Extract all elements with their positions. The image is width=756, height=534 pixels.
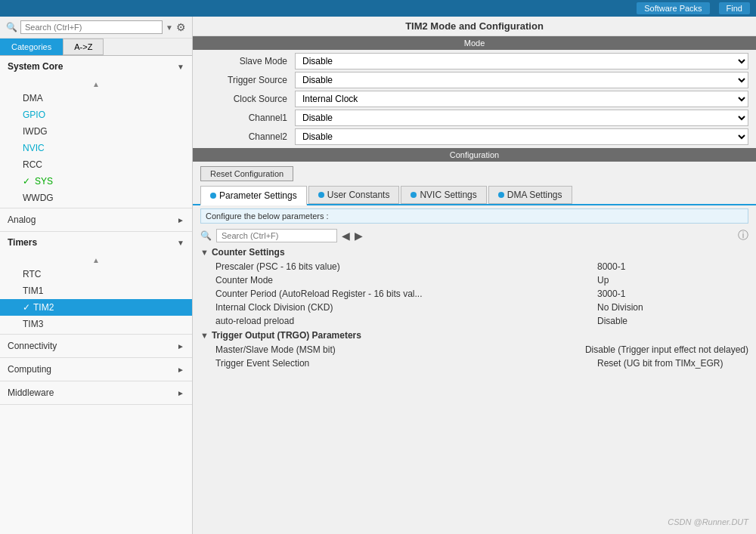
content-area: TIM2 Mode and Configuration Mode Slave M… <box>193 17 756 534</box>
params-table: ▼ Counter Settings Prescaler (PSC - 16 b… <box>193 245 756 534</box>
group-trigger-output[interactable]: ▼ Trigger Output (TRGO) Parameters <box>200 328 748 343</box>
collapse-icon-trigger: ▼ <box>200 331 209 340</box>
dropdown-arrow: ▼ <box>166 23 173 32</box>
trigger-source-wrapper: Disable ITR0 <box>295 72 748 88</box>
gear-button[interactable]: ⚙ <box>176 21 186 33</box>
config-section: Configuration Reset Configuration Parame… <box>193 148 756 534</box>
sidebar-item-analog[interactable]: Analog ► <box>0 208 192 232</box>
slave-mode-wrapper: Disable Reset Mode Gated Mode <box>295 53 748 69</box>
mode-row-slave: Slave Mode Disable Reset Mode Gated Mode <box>200 53 748 69</box>
sidebar-item-middleware[interactable]: Middleware ► <box>0 381 192 405</box>
check-icon-tim2: ✓ <box>23 302 30 313</box>
clock-source-wrapper: Disable Internal Clock External Clock Mo… <box>295 91 748 107</box>
config-toolbar: Reset Configuration <box>193 162 756 186</box>
tab-parameter-settings[interactable]: Parameter Settings <box>200 186 307 205</box>
sidebar-item-nvic[interactable]: NVIC <box>0 140 192 156</box>
timers-header[interactable]: Timers ▼ <box>0 232 192 253</box>
sidebar-tabs: Categories A->Z <box>0 39 192 56</box>
dot-icon-params <box>210 193 216 199</box>
mode-grid: Slave Mode Disable Reset Mode Gated Mode… <box>193 50 756 148</box>
clock-source-select[interactable]: Disable Internal Clock External Clock Mo… <box>295 91 748 107</box>
param-row-ckd: Internal Clock Division (CKD) No Divisio… <box>200 301 748 314</box>
sidebar-item-computing[interactable]: Computing ► <box>0 358 192 381</box>
chevron-down-icon-timers: ▼ <box>177 239 184 247</box>
main-layout: 🔍 ▼ ⚙ Categories A->Z System Core ▼ ▲ DM… <box>0 17 756 534</box>
sidebar-item-rcc[interactable]: RCC <box>0 156 192 173</box>
sidebar-search-input[interactable] <box>20 20 163 34</box>
channel1-select[interactable]: Disable Input Capture direct mode PWM Ge… <box>295 110 748 126</box>
config-tabs: Parameter Settings User Constants NVIC S… <box>193 186 756 205</box>
tab-nvic-settings[interactable]: NVIC Settings <box>401 186 486 204</box>
nav-prev-button[interactable]: ◀ <box>342 230 350 242</box>
nav-next-button[interactable]: ▶ <box>355 230 363 242</box>
dot-icon-user <box>318 192 324 198</box>
trigger-source-select[interactable]: Disable ITR0 <box>295 72 748 88</box>
param-row-counter-period: Counter Period (AutoReload Register - 16… <box>200 287 748 301</box>
timers-items: ▲ RTC TIM1 ✓ TIM2 TIM3 <box>0 253 192 334</box>
param-row-auto-reload: auto-reload preload Disable <box>200 314 748 328</box>
find-btn[interactable]: Find <box>719 2 750 14</box>
param-row-msm-bit: Master/Slave Mode (MSM bit) Disable (Tri… <box>200 343 748 357</box>
param-row-prescaler: Prescaler (PSC - 16 bits value) 8000-1 <box>200 260 748 273</box>
channel2-wrapper: Disable Input Capture direct mode PWM Ge… <box>295 128 748 145</box>
sidebar-search-bar: 🔍 ▼ ⚙ <box>0 17 192 39</box>
mode-header: Mode <box>193 36 756 50</box>
group-counter-settings[interactable]: ▼ Counter Settings <box>200 245 748 260</box>
sidebar-item-tim1[interactable]: TIM1 <box>0 282 192 299</box>
tab-a-to-z[interactable]: A->Z <box>63 39 104 55</box>
watermark: CSDN @Runner.DUT <box>668 517 748 526</box>
tab-categories[interactable]: Categories <box>0 39 63 55</box>
chevron-right-icon-connectivity: ► <box>177 342 184 350</box>
slave-mode-select[interactable]: Disable Reset Mode Gated Mode <box>295 53 748 69</box>
section-system-core: System Core ▼ ▲ DMA GPIO IWDG NVIC RCC <box>0 56 192 208</box>
chevron-right-icon-computing: ► <box>177 366 184 374</box>
sidebar-item-tim3[interactable]: TIM3 <box>0 316 192 332</box>
info-button[interactable]: ⓘ <box>738 229 748 242</box>
sidebar-item-sys[interactable]: ✓ SYS <box>0 173 192 190</box>
section-timers: Timers ▼ ▲ RTC TIM1 ✓ TIM2 TIM3 <box>0 232 192 335</box>
mode-row-channel2: Channel2 Disable Input Capture direct mo… <box>200 128 748 145</box>
sidebar-item-dma[interactable]: DMA <box>0 90 192 106</box>
channel1-label: Channel1 <box>200 113 291 123</box>
sidebar-item-iwdg[interactable]: IWDG <box>0 123 192 140</box>
param-row-counter-mode: Counter Mode Up <box>200 273 748 287</box>
sidebar-item-rtc[interactable]: RTC <box>0 266 192 282</box>
tab-dma-settings[interactable]: DMA Settings <box>488 186 572 204</box>
system-core-items: ▲ DMA GPIO IWDG NVIC RCC ✓ SYS <box>0 77 192 208</box>
filter-bar: Configure the below parameters : <box>200 208 748 224</box>
sidebar-item-gpio[interactable]: GPIO <box>0 106 192 123</box>
mode-section: Mode Slave Mode Disable Reset Mode Gated… <box>193 36 756 148</box>
slave-mode-label: Slave Mode <box>200 56 291 66</box>
mode-row-trigger: Trigger Source Disable ITR0 <box>200 72 748 88</box>
scroll-up-indicator-timers: ▲ <box>0 255 192 266</box>
channel2-label: Channel2 <box>200 131 291 142</box>
search-icon-config: 🔍 <box>200 230 212 241</box>
sidebar-item-wwdg[interactable]: WWDG <box>0 190 192 206</box>
config-header: Configuration <box>193 148 756 162</box>
param-row-trigger-event: Trigger Event Selection Reset (UG bit fr… <box>200 357 748 370</box>
dot-icon-dma <box>498 192 504 198</box>
sidebar-item-tim2[interactable]: ✓ TIM2 <box>0 299 192 316</box>
reset-config-button[interactable]: Reset Configuration <box>200 166 293 181</box>
trigger-source-label: Trigger Source <box>200 75 291 85</box>
mode-row-clock: Clock Source Disable Internal Clock Exte… <box>200 91 748 107</box>
search-icon: 🔍 <box>6 22 17 32</box>
chevron-down-icon: ▼ <box>177 63 184 71</box>
tab-user-constants[interactable]: User Constants <box>308 186 400 204</box>
chevron-right-icon-analog: ► <box>177 216 184 224</box>
top-bar: Software Packs Find <box>0 0 756 17</box>
scroll-up-indicator: ▲ <box>0 79 192 90</box>
config-search-input[interactable] <box>216 229 337 242</box>
config-search-row: 🔍 ◀ ▶ ⓘ <box>193 227 756 245</box>
mode-row-channel1: Channel1 Disable Input Capture direct mo… <box>200 110 748 126</box>
sidebar-item-connectivity[interactable]: Connectivity ► <box>0 335 192 358</box>
dot-icon-nvic <box>411 192 417 198</box>
system-core-header[interactable]: System Core ▼ <box>0 56 192 77</box>
check-icon: ✓ <box>23 176 30 187</box>
collapse-icon-counter: ▼ <box>200 248 209 257</box>
clock-source-label: Clock Source <box>200 94 291 104</box>
software-packs-btn[interactable]: Software Packs <box>637 2 709 14</box>
chevron-right-icon-middleware: ► <box>177 389 184 397</box>
channel2-select[interactable]: Disable Input Capture direct mode PWM Ge… <box>295 128 748 145</box>
page-title: TIM2 Mode and Configuration <box>193 17 756 36</box>
